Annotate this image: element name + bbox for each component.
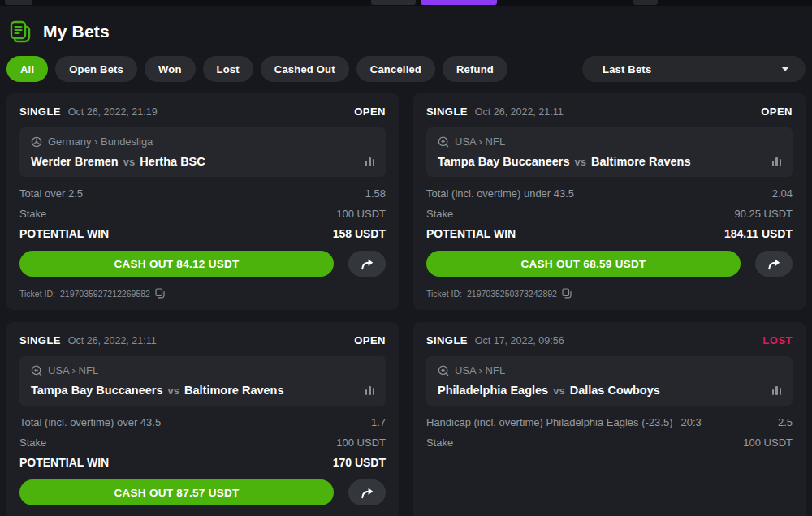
filter-chip-cancelled[interactable]: Cancelled bbox=[356, 56, 435, 82]
filter-chip-cashed-out[interactable]: Cashed Out bbox=[261, 56, 349, 82]
filter-chips: All Open Bets Won Lost Cashed Out Cancel… bbox=[6, 56, 582, 82]
topbar-tab-fragment bbox=[5, 0, 32, 5]
vs-label: vs bbox=[575, 156, 586, 168]
potential-win-value: 184.11 USDT bbox=[724, 227, 793, 240]
top-nav-fragment bbox=[0, 0, 812, 6]
stake-value: 100 USDT bbox=[336, 208, 386, 220]
ticket-line: Ticket ID: 2197035927212269582 bbox=[19, 277, 386, 299]
stake-label: Stake bbox=[19, 208, 336, 220]
bet-date: Oct 17, 2022, 09:56 bbox=[475, 335, 756, 346]
potential-win-label: POTENTIAL WIN bbox=[19, 456, 333, 469]
potential-win-label: POTENTIAL WIN bbox=[19, 227, 333, 240]
bet-type-label: SINGLE bbox=[426, 105, 468, 118]
match-line: Philadelphia Eagles vs Dallas Cowboys bbox=[438, 384, 781, 397]
stake-value: 100 USDT bbox=[743, 436, 793, 449]
sort-selected-value: Last Bets bbox=[603, 63, 781, 75]
actions-row: CASH OUT 84.12 USDT bbox=[19, 251, 386, 277]
match-stats-icon[interactable] bbox=[772, 386, 782, 395]
away-team: Hertha BSC bbox=[140, 155, 205, 168]
bet-type-label: SINGLE bbox=[426, 334, 468, 346]
odds-value: 2.5 bbox=[778, 416, 793, 428]
ticket-id-value: 2197035250373242892 bbox=[467, 289, 557, 299]
filter-row: All Open Bets Won Lost Cashed Out Cancel… bbox=[0, 54, 812, 93]
status-badge: OPEN bbox=[761, 105, 793, 118]
topbar-tab-fragment bbox=[633, 0, 658, 5]
cash-out-button[interactable]: CASH OUT 84.12 USDT bbox=[19, 251, 334, 277]
market-name: Total over 2.5 bbox=[19, 187, 83, 200]
league-line: USA › NFL bbox=[31, 364, 374, 376]
filter-chip-open-bets[interactable]: Open Bets bbox=[55, 56, 137, 82]
away-team: Baltimore Ravens bbox=[591, 155, 691, 168]
bet-card-header: SINGLE Oct 26, 2022, 21:11 OPEN bbox=[426, 104, 793, 121]
american-football-icon bbox=[438, 365, 449, 376]
cash-out-button[interactable]: CASH OUT 68.59 USDT bbox=[426, 251, 741, 277]
filter-chip-refund[interactable]: Refund bbox=[443, 56, 508, 82]
home-team: Tampa Bay Buccaneers bbox=[438, 155, 570, 168]
share-bet-button[interactable] bbox=[755, 251, 793, 277]
stake-row: Stake 90.25 USDT bbox=[426, 208, 793, 220]
copy-ticket-id-button[interactable] bbox=[562, 288, 572, 299]
league-line: Germany › Bundesliga bbox=[31, 135, 374, 148]
potential-win-row: POTENTIAL WIN 170 USDT bbox=[19, 456, 386, 469]
league-path: USA › NFL bbox=[455, 364, 505, 376]
potential-win-value: 170 USDT bbox=[333, 456, 386, 469]
vs-label: vs bbox=[123, 156, 135, 168]
bet-type-label: SINGLE bbox=[19, 334, 61, 346]
away-team: Baltimore Ravens bbox=[184, 384, 284, 397]
sort-dropdown[interactable]: Last Bets bbox=[582, 56, 806, 82]
share-bet-button[interactable] bbox=[348, 479, 386, 505]
match-line: Tampa Bay Buccaneers vs Baltimore Ravens bbox=[31, 384, 374, 397]
potential-win-label: POTENTIAL WIN bbox=[426, 227, 724, 240]
bet-card: SINGLE Oct 17, 2022, 09:56 LOST bbox=[413, 322, 806, 516]
event-box: USA › NFL Tampa Bay Buccaneers vs Baltim… bbox=[19, 356, 386, 406]
odds-value: 2.04 bbox=[772, 187, 793, 200]
share-arrow-icon bbox=[360, 487, 375, 499]
american-football-icon bbox=[438, 136, 449, 148]
bet-card-header: SINGLE Oct 17, 2022, 09:56 LOST bbox=[426, 333, 793, 350]
share-bet-button[interactable] bbox=[348, 251, 386, 277]
bet-type-label: SINGLE bbox=[19, 105, 61, 118]
stake-value: 100 USDT bbox=[336, 436, 386, 449]
filter-chip-lost[interactable]: Lost bbox=[203, 56, 253, 82]
ticket-id-value: 2197035927212269582 bbox=[60, 289, 150, 299]
actions-row: CASH OUT 68.59 USDT bbox=[426, 251, 793, 277]
stake-row: Stake 100 USDT bbox=[19, 436, 386, 449]
ticket-line: Ticket ID: 2197035250373242892 bbox=[426, 277, 793, 299]
vs-label: vs bbox=[168, 385, 179, 397]
bet-card-header: SINGLE Oct 26, 2022, 21:19 OPEN bbox=[19, 104, 386, 121]
league-path: USA › NFL bbox=[48, 364, 98, 376]
match-stats-icon[interactable] bbox=[365, 386, 375, 395]
league-path: Germany › Bundesliga bbox=[48, 135, 153, 148]
next-bet-card-fragment bbox=[413, 511, 806, 516]
soccer-icon bbox=[31, 136, 42, 148]
match-stats-icon[interactable] bbox=[772, 157, 782, 166]
market-row: Total (incl. overtime) over 43.5 1.7 bbox=[19, 416, 386, 428]
next-bet-card-fragment bbox=[6, 511, 399, 516]
bet-date: Oct 26, 2022, 21:19 bbox=[68, 106, 347, 118]
market-row: Total over 2.5 1.58 bbox=[19, 187, 386, 200]
away-team: Dallas Cowboys bbox=[570, 384, 660, 397]
copy-ticket-id-button[interactable] bbox=[155, 288, 165, 299]
filter-chip-all[interactable]: All bbox=[6, 56, 48, 82]
league-line: USA › NFL bbox=[438, 364, 781, 376]
match-line: Werder Bremen vs Hertha BSC bbox=[31, 155, 374, 168]
bet-date: Oct 26, 2022, 21:11 bbox=[68, 335, 347, 346]
odds-value: 1.7 bbox=[371, 416, 386, 428]
cash-out-button[interactable]: CASH OUT 87.57 USDT bbox=[19, 479, 334, 505]
page-header: My Bets bbox=[0, 6, 812, 54]
bet-card: SINGLE Oct 26, 2022, 21:11 OPEN bbox=[413, 93, 806, 310]
market-row: Handicap (incl. overtime) Philadelphia E… bbox=[426, 416, 793, 428]
event-box: USA › NFL Philadelphia Eagles vs Dallas … bbox=[426, 356, 793, 406]
bet-card: SINGLE Oct 26, 2022, 21:19 OPEN bbox=[6, 93, 399, 310]
league-line: USA › NFL bbox=[438, 135, 781, 148]
filter-chip-won[interactable]: Won bbox=[145, 56, 196, 82]
share-arrow-icon bbox=[767, 258, 782, 270]
odds-value: 1.58 bbox=[365, 187, 386, 200]
bet-card: SINGLE Oct 26, 2022, 21:11 OPEN bbox=[6, 322, 399, 516]
match-score: 20:3 bbox=[680, 416, 701, 428]
home-team: Philadelphia Eagles bbox=[438, 384, 548, 397]
market-name: Total (incl. overtime) over 43.5 bbox=[19, 416, 161, 428]
page-title: My Bets bbox=[43, 22, 110, 41]
chevron-down-icon bbox=[781, 67, 789, 71]
match-stats-icon[interactable] bbox=[365, 157, 375, 166]
